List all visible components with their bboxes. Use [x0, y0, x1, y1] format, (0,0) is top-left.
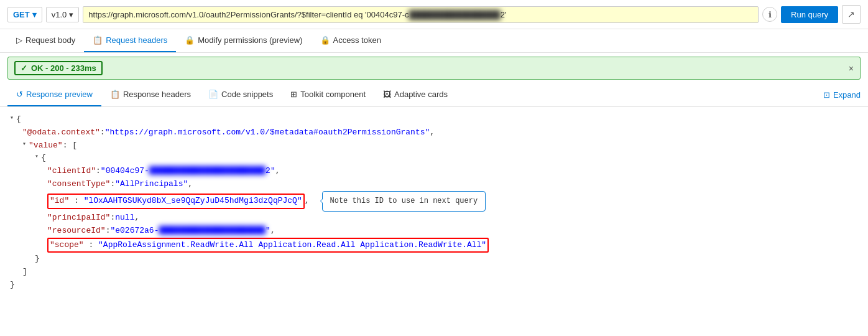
response-preview-icon: ↺	[16, 90, 23, 99]
share-button[interactable]: ↗	[842, 5, 861, 24]
json-root-close: }	[10, 279, 858, 292]
tab-access-token[interactable]: 🔒 Access token	[312, 29, 390, 52]
url-blurred: ████████████████	[409, 10, 500, 19]
share-icon: ↗	[847, 9, 855, 19]
json-scope-row: "scope" : "AppRoleAssignment.ReadWrite.A…	[10, 238, 858, 253]
client-id-key: "clientId"	[47, 165, 96, 178]
scope-highlight-box: "scope" : "AppRoleAssignment.ReadWrite.A…	[47, 238, 489, 253]
consent-key: "consentType"	[47, 178, 110, 191]
tab-response-headers-label: Response headers	[123, 90, 191, 99]
principal-val: null	[115, 212, 134, 225]
json-obj-open: {	[10, 152, 858, 165]
response-headers-icon: 📋	[110, 90, 120, 99]
id-key: "id"	[50, 196, 69, 205]
status-bar: ✓ OK - 200 - 233ms ×	[7, 57, 861, 80]
value-chevron[interactable]	[22, 139, 26, 149]
json-id-row: "id" : "lOxAAHTGSUKyd8bX_se9QqZyJuD45hdM…	[10, 191, 858, 212]
version-dropdown[interactable]: v1.0	[46, 7, 80, 22]
expand-button[interactable]: ⊡ Expand	[823, 84, 861, 106]
method-chevron	[32, 10, 37, 19]
tab-modify-permissions[interactable]: 🔒 Modify permissions (preview)	[176, 29, 311, 52]
json-obj-close: }	[10, 253, 858, 266]
tab-response-preview[interactable]: ↺ Response preview	[7, 83, 101, 106]
status-ok-badge: ✓ OK - 200 - 233ms	[14, 61, 103, 75]
consent-val: "AllPrincipals"	[115, 178, 188, 191]
obj-chevron[interactable]	[35, 152, 39, 162]
toolkit-icon: ⊞	[290, 90, 297, 99]
tab-response-preview-label: Response preview	[26, 90, 93, 99]
request-tabs: ▷ Request body 📋 Request headers 🔒 Modif…	[0, 29, 868, 53]
tab-response-headers[interactable]: 📋 Response headers	[101, 83, 200, 106]
request-headers-icon: 📋	[93, 35, 103, 45]
method-dropdown[interactable]: GET	[7, 7, 42, 22]
json-client-id: "clientId" : "00404c97-█████████████████…	[10, 165, 858, 178]
tab-adaptive-cards-label: Adaptive cards	[394, 90, 448, 99]
json-resource-id: "resourceId" : "e02672a6-███████████████…	[10, 225, 858, 238]
tab-modify-permissions-label: Modify permissions (preview)	[198, 35, 302, 45]
status-check-icon: ✓	[21, 63, 27, 73]
code-snippets-icon: 📄	[208, 90, 218, 99]
run-query-button[interactable]: Run query	[781, 6, 838, 23]
permissions-icon: 🔒	[185, 35, 195, 45]
client-id-val: "00404c97-████████████████████████2"	[101, 165, 275, 178]
json-principal-id: "principalId" : null ,	[10, 212, 858, 225]
tab-toolkit-label: Toolkit component	[300, 90, 366, 99]
tab-access-token-label: Access token	[333, 35, 381, 45]
json-array-close: ]	[10, 266, 858, 279]
tab-request-headers[interactable]: 📋 Request headers	[84, 29, 176, 52]
odata-context-val: "https://graph.microsoft.com/v1.0/$metad…	[105, 126, 430, 139]
tab-adaptive-cards[interactable]: 🖼 Adaptive cards	[374, 83, 456, 106]
callout-note: Note this ID to use in next query	[322, 191, 486, 212]
json-response-area: { "@odata.context" : "https://graph.micr…	[0, 107, 868, 294]
json-value-open: "value" : [	[10, 139, 858, 152]
version-chevron	[69, 10, 73, 19]
tab-request-headers-label: Request headers	[106, 35, 167, 45]
id-val: "lOxAAHTGSUKyd8bX_se9QqZyJuD45hdMgi3dzQq…	[84, 196, 302, 205]
resource-val: "e02672a6-██████████████████████"	[110, 225, 270, 238]
id-highlight-box: "id" : "lOxAAHTGSUKyd8bX_se9QqZyJuD45hdM…	[47, 194, 305, 209]
url-suffix: 2'	[501, 10, 507, 19]
odata-context-key: "@odata.context"	[22, 126, 100, 139]
root-chevron[interactable]	[10, 113, 14, 123]
adaptive-cards-icon: 🖼	[383, 90, 391, 99]
access-token-icon: 🔒	[320, 35, 330, 45]
status-text: OK - 200 - 233ms	[31, 63, 96, 73]
expand-icon: ⊡	[823, 90, 830, 100]
request-body-icon: ▷	[16, 35, 22, 45]
json-odata-context: "@odata.context" : "https://graph.micros…	[10, 126, 858, 139]
value-key: "value"	[29, 139, 63, 152]
tab-request-body[interactable]: ▷ Request body	[7, 29, 84, 52]
principal-key: "principalId"	[47, 212, 110, 225]
method-label: GET	[13, 10, 30, 19]
url-input[interactable]: https://graph.microsoft.com/v1.0/oauth2P…	[83, 6, 759, 23]
resource-key: "resourceId"	[47, 225, 106, 238]
status-close-button[interactable]: ×	[849, 63, 854, 73]
scope-val: "AppRoleAssignment.ReadWrite.All Applica…	[98, 240, 486, 250]
json-consent-type: "consentType" : "AllPrincipals" ,	[10, 178, 858, 191]
version-label: v1.0	[52, 10, 67, 19]
tab-code-snippets-label: Code snippets	[221, 90, 273, 99]
scope-key: "scope"	[50, 240, 84, 250]
url-text: https://graph.microsoft.com/v1.0/oauth2P…	[88, 10, 409, 19]
info-icon[interactable]: ℹ	[762, 7, 777, 22]
tab-request-body-label: Request body	[25, 35, 75, 45]
tab-toolkit-component[interactable]: ⊞ Toolkit component	[282, 83, 374, 106]
top-bar: GET v1.0 https://graph.microsoft.com/v1.…	[0, 0, 868, 29]
tab-code-snippets[interactable]: 📄 Code snippets	[200, 83, 282, 106]
json-root-open: {	[10, 113, 858, 126]
response-tabs: ↺ Response preview 📋 Response headers 📄 …	[0, 83, 868, 107]
expand-label: Expand	[833, 90, 861, 100]
